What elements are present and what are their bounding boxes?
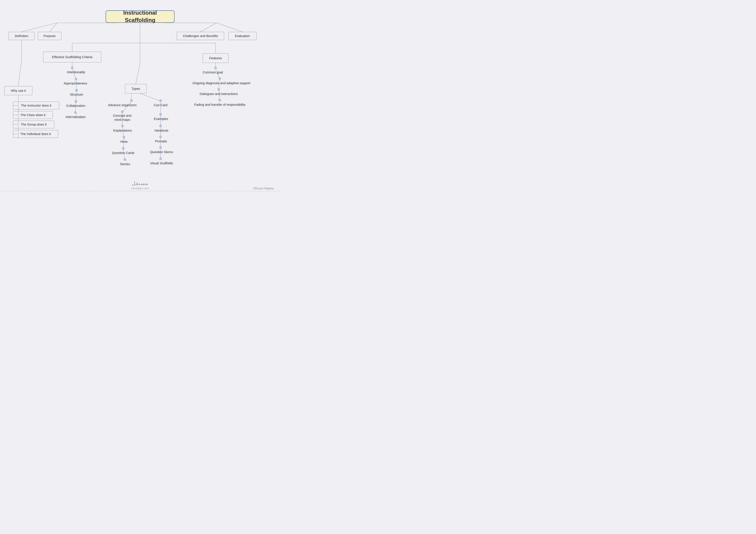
dialogues-node: Dialogues and interactions xyxy=(190,90,248,98)
footer-logo: مستقل xyxy=(132,181,148,186)
root-node: Instructional Scaffolding xyxy=(106,10,175,23)
prompts-node: Prompts xyxy=(150,138,172,145)
footer: مستقل mostaql.com xyxy=(0,181,280,190)
instructor-node: The Instructor does it xyxy=(13,102,59,109)
svg-line-20 xyxy=(18,60,21,86)
class-node: The Class does it xyxy=(13,111,53,119)
hints-node: Hints xyxy=(116,138,132,145)
definition-node: Definition xyxy=(9,32,35,40)
handouts-node: Handouts xyxy=(149,127,173,134)
footer-copyright: ©Esraa Fergany xyxy=(253,187,274,190)
questionstems-node: Question Stems xyxy=(145,148,178,156)
diagram-container: Instructional Scaffolding Definition Pur… xyxy=(0,0,280,194)
svg-line-5 xyxy=(217,23,242,32)
whyuseit-node: Why use it xyxy=(4,86,32,95)
ongoing-node: Ongoing diagnosis and adaptive support xyxy=(181,79,262,87)
svg-line-40 xyxy=(140,93,161,101)
internalization-node: Internalization xyxy=(58,113,93,120)
svg-line-4 xyxy=(201,23,217,32)
intentionality-node: Intentionality xyxy=(60,68,92,76)
explanations-node: Explanations xyxy=(107,127,138,134)
appropriateness-node: Appropriateness xyxy=(57,80,94,87)
structure-node: Structure xyxy=(64,91,90,98)
collaboration-node: Collaboration xyxy=(59,102,93,109)
cuecard-node: Cue Card xyxy=(149,101,173,109)
individual-node: The Individual does it xyxy=(13,130,58,138)
footer-dots xyxy=(0,191,280,191)
evaluation-node: Evaluation xyxy=(229,32,256,40)
challenges-node: Challenges and Benefits xyxy=(177,32,224,40)
svg-line-27 xyxy=(136,64,140,84)
group-node: The Group does it xyxy=(13,120,54,128)
stories-node: Stories xyxy=(115,160,135,168)
svg-line-2 xyxy=(50,23,57,32)
questioncards-node: Question Cards xyxy=(106,149,141,157)
conceptmaps-node: Concept and mind maps xyxy=(105,113,139,123)
footer-site: mostaql.com xyxy=(131,187,149,190)
features-node: Features xyxy=(202,53,229,63)
examples-node: Examples xyxy=(149,115,173,123)
fading-node: Fading and transfer of responsibility xyxy=(183,101,256,109)
esc-node: Effective Scaffolding Criteria xyxy=(43,52,101,63)
visualscaffolds-node: Visual Scaffolds xyxy=(145,159,178,167)
types-node: Types xyxy=(125,84,147,93)
purpose-node: Purpose xyxy=(38,32,62,40)
advorg-node: Advance organizers xyxy=(102,101,142,109)
svg-line-1 xyxy=(21,23,57,32)
commongoal-node: Common goal xyxy=(196,68,230,76)
